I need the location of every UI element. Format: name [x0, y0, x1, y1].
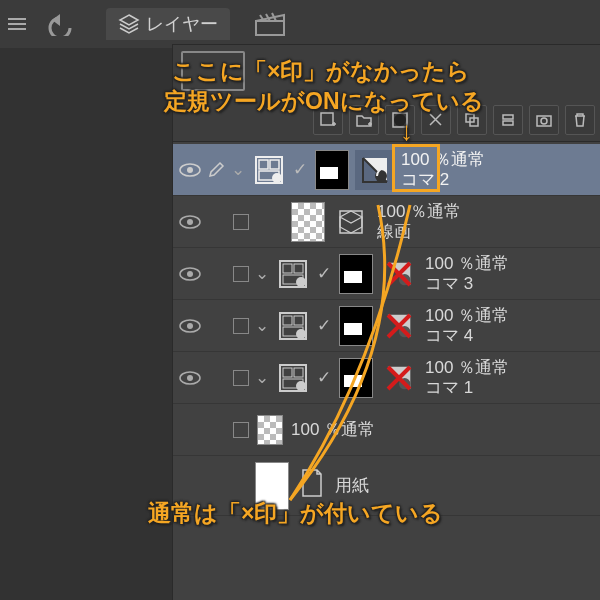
svg-point-36 [187, 375, 193, 381]
svg-rect-12 [270, 160, 279, 169]
panel-action-row [313, 105, 595, 135]
layer-name-label: コマ 1 [425, 378, 509, 398]
frame-folder-icon [275, 256, 311, 292]
chevron-down-icon[interactable]: ⌄ [253, 315, 271, 336]
layer-row-selected[interactable]: ⌄ ✓ 100 ％通常 コマ 2 [173, 144, 600, 196]
ruler-icon[interactable] [355, 150, 395, 190]
svg-point-28 [187, 323, 193, 329]
layer-opacity-label: 100 ％通常 [425, 254, 509, 274]
svg-rect-22 [283, 264, 292, 273]
layer-checkbox[interactable] [233, 318, 249, 334]
ruler-disabled-icon[interactable] [379, 358, 419, 398]
svg-rect-23 [294, 264, 303, 273]
layers-stack-icon [118, 13, 140, 35]
svg-rect-38 [283, 368, 292, 377]
layer-opacity-label: 100 ％通常 [291, 420, 375, 440]
paper-thumbnail[interactable] [255, 462, 289, 510]
check-icon: ✓ [315, 315, 333, 336]
layer-list: ⌄ ✓ 100 ％通常 コマ 2 100 ％通常 線画 [173, 142, 600, 516]
layer-name-label: 線画 [377, 222, 461, 242]
svg-rect-31 [294, 316, 303, 325]
svg-point-25 [296, 277, 306, 287]
svg-rect-30 [283, 316, 292, 325]
layer-thumbnail[interactable] [291, 202, 325, 242]
layer-row[interactable]: 100 ％通常 [173, 404, 600, 456]
layers-tab-label: レイヤー [146, 12, 218, 36]
layers-panel: ⌄ ✓ 100 ％通常 コマ 2 100 ％通常 線画 [172, 44, 600, 600]
svg-rect-0 [256, 21, 284, 35]
clip-icon[interactable] [421, 105, 451, 135]
transfer-icon[interactable] [457, 105, 487, 135]
undo-icon[interactable] [42, 12, 78, 36]
layer-name-label: コマ 4 [425, 326, 509, 346]
check-icon: ✓ [291, 159, 309, 180]
new-folder-icon[interactable] [349, 105, 379, 135]
frame-folder-icon [275, 308, 311, 344]
chevron-down-icon[interactable]: ⌄ [253, 263, 271, 284]
check-icon: ✓ [315, 263, 333, 284]
layer-opacity-label: 100 ％通常 [425, 306, 509, 326]
svg-point-34 [399, 326, 410, 337]
svg-rect-18 [340, 211, 362, 233]
layer-name-label: コマ 2 [401, 170, 485, 190]
layer-row[interactable]: ⌄ ✓ 100 ％通常 コマ 3 [173, 248, 600, 300]
svg-point-42 [399, 378, 410, 389]
chevron-down-icon[interactable]: ⌄ [253, 367, 271, 388]
visibility-icon[interactable] [177, 267, 203, 281]
merge-icon[interactable] [493, 105, 523, 135]
layer-row[interactable]: ⌄ ✓ 100 ％通常 コマ 4 [173, 300, 600, 352]
svg-rect-39 [294, 368, 303, 377]
svg-point-33 [296, 329, 306, 339]
svg-point-20 [187, 271, 193, 277]
layer-row-paper[interactable]: 用紙 [173, 456, 600, 516]
svg-point-17 [187, 219, 193, 225]
visibility-icon[interactable] [177, 163, 203, 177]
mask-thumbnail[interactable] [339, 254, 373, 294]
visibility-icon[interactable] [177, 319, 203, 333]
mask-thumbnail[interactable] [339, 306, 373, 346]
svg-rect-1 [321, 113, 333, 125]
svg-point-26 [399, 274, 410, 285]
ruler-disabled-icon[interactable] [379, 306, 419, 346]
svg-point-2 [394, 114, 406, 126]
layer-checkbox[interactable] [233, 370, 249, 386]
layer-opacity-label: 100 ％通常 [425, 358, 509, 378]
trash-icon[interactable] [565, 105, 595, 135]
svg-rect-11 [259, 160, 268, 169]
visibility-icon[interactable] [177, 215, 203, 229]
svg-point-14 [272, 173, 282, 183]
svg-point-7 [541, 118, 547, 124]
menu-icon[interactable] [8, 17, 26, 31]
frame-folder-icon [275, 360, 311, 396]
color-swatch[interactable] [181, 51, 245, 91]
mask-thumbnail[interactable] [339, 358, 373, 398]
mask-thumbnail[interactable] [315, 150, 349, 190]
new-layer-icon[interactable] [313, 105, 343, 135]
layer-row[interactable]: ⌄ ✓ 100 ％通常 コマ 1 [173, 352, 600, 404]
layer-checkbox[interactable] [233, 214, 249, 230]
chevron-down-icon[interactable]: ⌄ [229, 159, 247, 180]
clapper-icon[interactable] [254, 11, 286, 37]
visibility-icon[interactable] [177, 371, 203, 385]
layer-row[interactable]: 100 ％通常 線画 [173, 196, 600, 248]
mask-icon[interactable] [385, 105, 415, 135]
camera-icon[interactable] [529, 105, 559, 135]
layer-thumbnail[interactable] [257, 415, 283, 445]
layers-tab[interactable]: レイヤー [106, 8, 230, 40]
layer-checkbox[interactable] [233, 266, 249, 282]
panel-header [173, 45, 600, 142]
svg-point-41 [296, 381, 306, 391]
top-toolbar: レイヤー [0, 0, 600, 48]
paper-icon [299, 468, 325, 503]
layer-name-label: 用紙 [335, 476, 369, 496]
svg-point-9 [187, 167, 193, 173]
cube-icon[interactable] [331, 202, 371, 242]
frame-folder-icon [251, 152, 287, 188]
pencil-icon[interactable] [203, 161, 229, 179]
ruler-disabled-icon[interactable] [379, 254, 419, 294]
layer-checkbox[interactable] [233, 422, 249, 438]
layer-opacity-label: 100 ％通常 [401, 150, 485, 170]
check-icon: ✓ [315, 367, 333, 388]
layer-opacity-label: 100 ％通常 [377, 202, 461, 222]
layer-name-label: コマ 3 [425, 274, 509, 294]
